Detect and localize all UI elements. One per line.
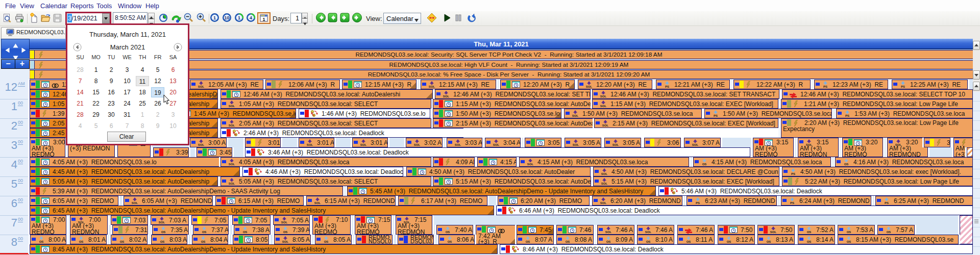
svg-text:QS: QS: [727, 240, 731, 243]
svg-text:QS: QS: [446, 231, 450, 234]
svg-text:SQL: SQL: [198, 85, 205, 88]
svg-text:QS: QS: [160, 240, 165, 243]
svg-text:SQL: SQL: [493, 143, 500, 146]
svg-text:QS: QS: [807, 240, 812, 243]
svg-text:SQL: SQL: [600, 95, 607, 98]
svg-text:QS: QS: [807, 231, 812, 234]
svg-text:PS: PS: [696, 201, 700, 205]
svg-text:1: 1: [262, 17, 265, 22]
svg-text:QS: QS: [324, 240, 329, 243]
svg-text:SQL: SQL: [159, 221, 165, 224]
svg-text:SQL: SQL: [770, 231, 777, 234]
svg-text:SQL: SQL: [282, 240, 289, 243]
svg-text:SQL: SQL: [281, 221, 288, 224]
svg-text:QS: QS: [283, 231, 288, 234]
svg-text:SQL: SQL: [586, 85, 593, 88]
svg-text:QS: QS: [687, 240, 691, 243]
svg-text:QS: QS: [702, 163, 707, 166]
svg-text:PS: PS: [845, 114, 849, 117]
svg-text:PS: PS: [791, 172, 795, 175]
svg-text:SQL: SQL: [600, 105, 607, 108]
svg-text:SQL: SQL: [605, 231, 612, 234]
svg-text:QS: QS: [847, 240, 851, 243]
svg-text:QS: QS: [202, 231, 207, 234]
svg-text:SQL: SQL: [602, 124, 609, 127]
svg-text:QS: QS: [844, 163, 849, 166]
svg-text:PS: PS: [823, 85, 827, 88]
svg-text:SQL: SQL: [443, 95, 450, 98]
svg-text:SQL: SQL: [455, 143, 461, 146]
svg-text:10: 10: [224, 15, 229, 20]
svg-text:SQL: SQL: [229, 163, 235, 166]
svg-text:QS: QS: [566, 240, 570, 243]
svg-text:QS: QS: [646, 240, 651, 243]
svg-text:SQL: SQL: [645, 231, 652, 234]
svg-text:SQL: SQL: [307, 143, 313, 146]
svg-text:PS: PS: [885, 201, 889, 205]
svg-text:1: 1: [238, 15, 240, 20]
svg-text:QS: QS: [847, 231, 851, 234]
svg-text:QS: QS: [201, 240, 206, 243]
svg-text:QS: QS: [448, 240, 452, 243]
svg-text:SQL: SQL: [429, 85, 435, 88]
svg-text:QS: QS: [79, 240, 84, 243]
svg-text:PS: PS: [665, 85, 669, 88]
svg-text:SQL: SQL: [229, 105, 235, 108]
svg-text:QS: QS: [120, 240, 125, 243]
svg-text:SQL: SQL: [132, 201, 138, 205]
svg-text:SQL: SQL: [360, 143, 367, 146]
svg-text:SQL: SQL: [314, 201, 321, 205]
svg-text:QS: QS: [606, 240, 611, 243]
svg-text:QS: QS: [887, 231, 891, 234]
svg-text:PS: PS: [790, 201, 794, 205]
svg-text:SQL: SQL: [229, 182, 235, 185]
svg-text:SQL: SQL: [527, 163, 534, 166]
svg-text:SQL: SQL: [601, 182, 608, 185]
svg-text:1: 1: [213, 15, 216, 20]
svg-text:SQL: SQL: [572, 114, 579, 117]
svg-text:QS: QS: [243, 231, 248, 234]
svg-text:QS: QS: [526, 240, 530, 243]
svg-text:4: 4: [250, 15, 252, 20]
svg-text:SQL: SQL: [692, 143, 699, 146]
svg-text:SQL: SQL: [573, 143, 579, 146]
svg-text:QS: QS: [767, 240, 771, 243]
svg-text:SQL: SQL: [601, 172, 608, 175]
svg-text:SQL: SQL: [229, 124, 235, 127]
svg-text:QS: QS: [161, 231, 166, 234]
svg-text:PS: PS: [714, 114, 718, 117]
svg-text:SQL: SQL: [414, 143, 421, 146]
svg-text:SQL: SQL: [612, 143, 619, 146]
svg-text:PS: PS: [901, 85, 905, 88]
svg-text:SQL: SQL: [198, 143, 205, 146]
svg-text:QS: QS: [39, 240, 44, 243]
svg-text:SQL: SQL: [600, 201, 607, 205]
